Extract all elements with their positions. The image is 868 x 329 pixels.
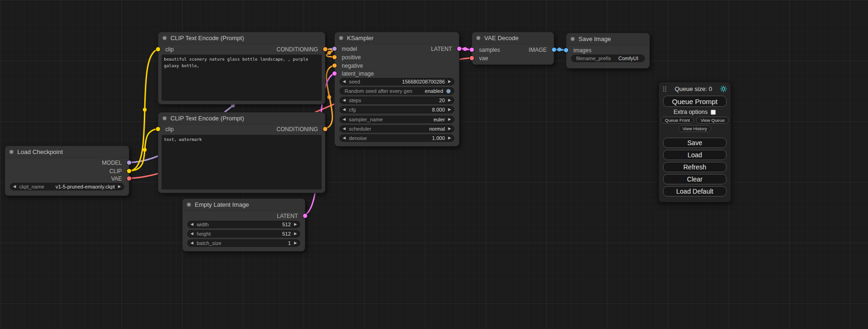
increment-arrow-icon[interactable]: ▶: [448, 98, 451, 102]
widget-value[interactable]: 156680208700286: [402, 79, 445, 84]
collapse-dot-icon[interactable]: [162, 116, 167, 120]
scheduler-widget[interactable]: ◀ scheduler normal ▶: [339, 125, 454, 133]
prev-value-arrow-icon[interactable]: ◀: [343, 118, 346, 121]
negative-prompt-textarea[interactable]: text, watermark: [162, 135, 322, 189]
sampler-name-widget[interactable]: ◀ sampler_name euler ▶: [339, 116, 454, 123]
width-widget[interactable]: ◀ width 512 ▶: [187, 221, 300, 228]
queue-front-button[interactable]: Queue Front: [661, 117, 694, 124]
decrement-arrow-icon[interactable]: ◀: [191, 223, 193, 226]
next-value-arrow-icon[interactable]: ▶: [448, 118, 451, 121]
load-button[interactable]: Load: [663, 150, 727, 160]
collapse-dot-icon[interactable]: [162, 36, 167, 40]
vae-input-port[interactable]: [470, 56, 474, 60]
latent-image-input-port[interactable]: [332, 71, 337, 76]
negative-input-port[interactable]: [332, 63, 337, 68]
node-titlebar[interactable]: KSampler: [335, 32, 459, 44]
image-output-port[interactable]: [552, 48, 556, 52]
collapse-dot-icon[interactable]: [476, 36, 480, 40]
node-titlebar[interactable]: Load Checkpoint: [5, 146, 129, 158]
decrement-arrow-icon[interactable]: ◀: [343, 98, 346, 102]
prev-value-arrow-icon[interactable]: ◀: [343, 127, 346, 131]
increment-arrow-icon[interactable]: ▶: [448, 80, 451, 84]
filename-prefix-widget[interactable]: filename_prefix ComfyUI: [571, 55, 645, 62]
decrement-arrow-icon[interactable]: ◀: [343, 136, 346, 140]
node-titlebar[interactable]: VAE Decode: [472, 32, 554, 44]
extra-options-checkbox[interactable]: [711, 110, 716, 115]
queue-size-label: Queue size: 0: [669, 85, 718, 92]
seed-widget[interactable]: ◀ seed 156680208700286 ▶: [339, 78, 454, 85]
samples-input-port[interactable]: [470, 48, 474, 52]
next-value-arrow-icon[interactable]: ▶: [118, 185, 121, 189]
increment-arrow-icon[interactable]: ▶: [294, 223, 297, 226]
node-ksampler[interactable]: KSampler model positive negative latent_…: [334, 32, 459, 147]
widget-value[interactable]: ComfyUI: [618, 56, 638, 61]
clip-input-port[interactable]: [156, 47, 160, 51]
clip-output-port[interactable]: [127, 169, 131, 173]
positive-prompt-textarea[interactable]: beautiful scenery nature glass bottle la…: [162, 55, 322, 101]
widget-value[interactable]: 20: [439, 98, 445, 103]
node-empty-latent-image[interactable]: Empty Latent Image LATENT ◀ width 512 ▶ …: [182, 198, 305, 252]
node-titlebar[interactable]: Save Image: [566, 33, 649, 45]
decrement-arrow-icon[interactable]: ◀: [191, 241, 193, 245]
height-widget[interactable]: ◀ height 512 ▶: [187, 230, 300, 238]
widget-value[interactable]: 8.000: [432, 107, 445, 112]
prev-value-arrow-icon[interactable]: ◀: [13, 185, 16, 189]
cfg-widget[interactable]: ◀ cfg 8.000 ▶: [339, 106, 454, 113]
queue-prompt-button[interactable]: Queue Prompt: [663, 96, 727, 107]
collapse-dot-icon[interactable]: [9, 150, 14, 154]
increment-arrow-icon[interactable]: ▶: [294, 241, 297, 245]
node-vae-decode[interactable]: VAE Decode samples vae IMAGE: [472, 32, 554, 65]
node-titlebar[interactable]: CLIP Text Encode (Prompt): [158, 32, 325, 44]
denoise-widget[interactable]: ◀ denoise 1.000 ▶: [339, 134, 454, 142]
collapse-dot-icon[interactable]: [571, 37, 575, 41]
clip-input-port[interactable]: [156, 127, 160, 131]
toggle-knob-icon[interactable]: [446, 89, 451, 93]
wire-cond1-midpoint: [327, 51, 331, 55]
node-titlebar[interactable]: CLIP Text Encode (Prompt): [158, 112, 325, 125]
graph-canvas[interactable]: Load Checkpoint MODEL CLIP VAE ◀ ckpt_na…: [0, 0, 868, 329]
refresh-button[interactable]: Refresh: [663, 162, 727, 172]
widget-value[interactable]: normal: [429, 126, 445, 132]
next-value-arrow-icon[interactable]: ▶: [448, 127, 451, 131]
images-input-port[interactable]: [564, 48, 568, 52]
vae-output-port[interactable]: [127, 176, 131, 181]
collapse-dot-icon[interactable]: [187, 203, 191, 207]
batch-size-widget[interactable]: ◀ batch_size 1 ▶: [187, 239, 300, 247]
node-clip-text-encode-negative[interactable]: CLIP Text Encode (Prompt) clip CONDITION…: [158, 112, 325, 193]
drag-handle-icon[interactable]: [663, 86, 667, 92]
increment-arrow-icon[interactable]: ▶: [294, 232, 297, 236]
increment-arrow-icon[interactable]: ▶: [448, 136, 451, 140]
widget-value[interactable]: 1: [288, 240, 291, 246]
decrement-arrow-icon[interactable]: ◀: [191, 232, 193, 236]
widget-value[interactable]: 512: [282, 231, 290, 237]
model-input-port[interactable]: [332, 47, 337, 51]
node-save-image[interactable]: Save Image images filename_prefix ComfyU…: [566, 33, 650, 69]
steps-widget[interactable]: ◀ steps 20 ▶: [339, 97, 454, 104]
widget-value[interactable]: v1-5-pruned-emaonly.ckpt: [56, 184, 115, 189]
decrement-arrow-icon[interactable]: ◀: [343, 80, 346, 84]
node-titlebar[interactable]: Empty Latent Image: [183, 199, 305, 211]
node-load-checkpoint[interactable]: Load Checkpoint MODEL CLIP VAE ◀ ckpt_na…: [5, 146, 129, 196]
decrement-arrow-icon[interactable]: ◀: [343, 108, 346, 112]
widget-value[interactable]: euler: [433, 117, 445, 122]
view-history-button[interactable]: View History: [678, 125, 712, 132]
load-default-button[interactable]: Load Default: [663, 186, 727, 196]
model-output-port[interactable]: [127, 161, 131, 165]
save-button[interactable]: Save: [663, 138, 727, 148]
collapse-dot-icon[interactable]: [339, 36, 343, 40]
node-clip-text-encode-positive[interactable]: CLIP Text Encode (Prompt) clip CONDITION…: [158, 32, 325, 105]
settings-gear-icon[interactable]: [720, 85, 727, 92]
view-queue-button[interactable]: View Queue: [696, 117, 729, 124]
ckpt-name-widget[interactable]: ◀ ckpt_name v1-5-pruned-emaonly.ckpt ▶: [10, 183, 124, 190]
clear-button[interactable]: Clear: [663, 174, 727, 184]
wire-cond2-midpoint: [327, 95, 331, 99]
latent-output-port[interactable]: [457, 47, 461, 51]
widget-value[interactable]: 1.000: [432, 135, 445, 141]
increment-arrow-icon[interactable]: ▶: [448, 108, 451, 112]
conditioning-output-port[interactable]: [323, 127, 327, 131]
random-seed-toggle-widget[interactable]: Random seed after every gen enabled: [339, 87, 454, 95]
conditioning-output-port[interactable]: [323, 47, 327, 51]
positive-input-port[interactable]: [332, 55, 337, 59]
latent-output-port[interactable]: [303, 214, 307, 218]
widget-value[interactable]: 512: [282, 222, 290, 227]
